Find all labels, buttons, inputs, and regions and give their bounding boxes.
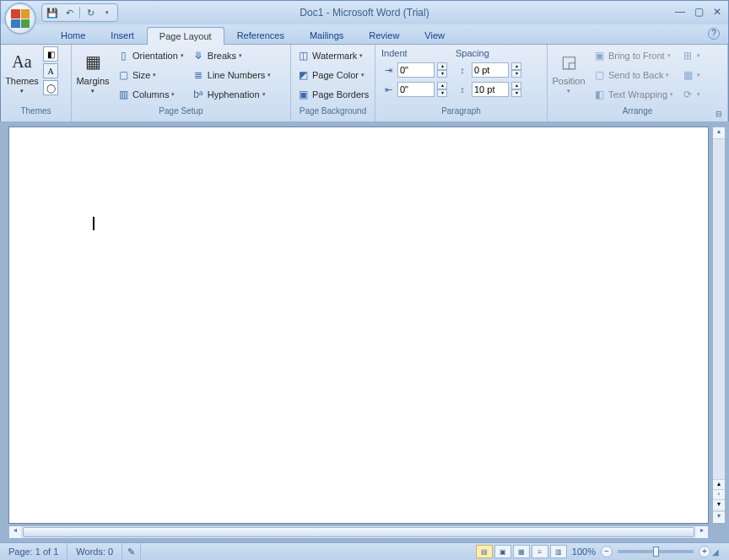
columns-button[interactable]: ▥Columns▾: [114, 85, 186, 104]
text-cursor: [93, 217, 94, 230]
undo-icon[interactable]: ↶: [62, 6, 76, 19]
watermark-icon: ◫: [296, 49, 310, 62]
document-page[interactable]: [8, 127, 709, 524]
qat-customize-icon[interactable]: ▾: [100, 6, 114, 19]
view-full-screen-icon[interactable]: ▣: [494, 545, 511, 558]
rotate-button[interactable]: ⟳▾: [678, 85, 703, 104]
scroll-right-icon[interactable]: ▸: [696, 526, 708, 538]
watermark-button[interactable]: ◫Watermark▾: [294, 46, 371, 65]
space-after-row: ↕ ▴▾: [456, 80, 521, 99]
position-label: Position: [552, 77, 585, 86]
indent-heading: Indent: [381, 48, 447, 58]
spacing-heading: Spacing: [456, 48, 521, 58]
page-borders-label: Page Borders: [312, 89, 369, 100]
tab-home[interactable]: Home: [48, 26, 98, 44]
space-before-input[interactable]: [472, 62, 509, 78]
space-after-down[interactable]: ▾: [511, 89, 521, 97]
indent-right-up[interactable]: ▴: [437, 82, 447, 89]
group-page-background-label: Page Background: [294, 106, 372, 120]
margins-icon: ▦: [79, 48, 106, 75]
group-button[interactable]: ▦▾: [678, 66, 703, 84]
view-print-layout-icon[interactable]: ▤: [476, 545, 493, 558]
page-color-button[interactable]: ◩Page Color▾: [294, 66, 371, 84]
space-after-up[interactable]: ▴: [511, 82, 521, 89]
scroll-left-icon[interactable]: ◂: [9, 526, 21, 538]
group-paragraph-label: Paragraph: [378, 106, 544, 120]
quick-access-toolbar: 💾 ↶ ↻ ▾: [41, 3, 118, 22]
horizontal-scrollbar[interactable]: ◂ ▸: [8, 525, 709, 539]
tab-review[interactable]: Review: [356, 26, 412, 44]
page-borders-button[interactable]: ▣Page Borders: [294, 85, 371, 104]
space-before-up[interactable]: ▴: [511, 62, 521, 70]
zoom-level[interactable]: 100%: [572, 547, 596, 557]
next-page-icon[interactable]: ▾: [713, 499, 725, 509]
space-after-icon: ↕: [456, 84, 469, 94]
indent-right-down[interactable]: ▾: [437, 89, 447, 97]
browse-object-icon[interactable]: ◦: [713, 489, 725, 499]
save-icon[interactable]: 💾: [46, 6, 59, 19]
redo-icon[interactable]: ↻: [84, 6, 97, 19]
status-page[interactable]: Page: 1 of 1: [0, 543, 68, 560]
orientation-button[interactable]: ▯Orientation▾: [114, 46, 186, 65]
indent-right-input[interactable]: [397, 82, 435, 97]
indent-left-down[interactable]: ▾: [437, 70, 447, 78]
size-button[interactable]: ▢Size▾: [114, 66, 186, 84]
office-logo-icon: [11, 9, 30, 28]
close-button[interactable]: ✕: [711, 6, 723, 18]
indent-left-input[interactable]: [397, 62, 435, 78]
space-after-input[interactable]: [472, 82, 509, 97]
align-button[interactable]: ⊞▾: [678, 46, 703, 65]
zoom-in-button[interactable]: +: [699, 546, 710, 557]
group-themes-label: Themes: [3, 106, 68, 120]
send-to-back-button[interactable]: ▢Send to Back▾: [590, 66, 676, 84]
zoom-slider[interactable]: [618, 550, 694, 553]
send-back-label: Send to Back: [608, 70, 663, 80]
help-icon[interactable]: ?: [708, 28, 720, 40]
vertical-scrollbar[interactable]: ▴ ▴ ◦ ▾ ▾: [712, 127, 726, 524]
scroll-up-icon[interactable]: ▴: [713, 127, 725, 139]
tab-references[interactable]: References: [224, 26, 297, 44]
ribbon: Aa Themes ▾ ◧ A ◯ Themes ▦ Margins ▾ ▯Or…: [1, 45, 728, 122]
view-draft-icon[interactable]: ▥: [550, 545, 567, 558]
themes-button[interactable]: Aa Themes ▾: [3, 46, 40, 96]
margins-button[interactable]: ▦ Margins ▾: [74, 46, 111, 96]
columns-label: Columns: [132, 89, 169, 100]
zoom-out-button[interactable]: −: [601, 546, 613, 557]
size-label: Size: [132, 70, 150, 80]
zoom-thumb[interactable]: [653, 547, 659, 557]
scroll-down-icon[interactable]: ▾: [713, 511, 725, 523]
tab-page-layout[interactable]: Page Layout: [147, 27, 224, 45]
view-web-layout-icon[interactable]: ▦: [513, 545, 530, 558]
theme-fonts-button[interactable]: A: [43, 63, 58, 78]
theme-colors-button[interactable]: ◧: [43, 46, 58, 62]
view-outline-icon[interactable]: ≡: [532, 545, 548, 558]
group-paragraph: Indent ⇥ ▴▾ ⇤ ▴▾ Spacing ↕ ▴▾: [375, 45, 548, 121]
tab-view[interactable]: View: [412, 26, 457, 44]
themes-label: Themes: [5, 77, 39, 86]
bring-to-front-button[interactable]: ▣Bring to Front▾: [590, 46, 676, 65]
resize-grip-icon[interactable]: ◢: [712, 547, 724, 557]
restore-button[interactable]: ▢: [693, 6, 705, 18]
hscroll-thumb[interactable]: [23, 527, 694, 537]
bring-front-icon: ▣: [592, 49, 606, 62]
status-words[interactable]: Words: 0: [68, 543, 122, 560]
prev-page-icon[interactable]: ▴: [713, 479, 725, 489]
bring-front-label: Bring to Front: [608, 51, 665, 61]
tab-insert[interactable]: Insert: [98, 26, 147, 44]
line-numbers-button[interactable]: ≣Line Numbers▾: [189, 66, 273, 84]
tab-mailings[interactable]: Mailings: [297, 26, 356, 44]
hyphenation-button[interactable]: bªHyphenation▾: [189, 85, 273, 104]
text-wrapping-button[interactable]: ◧Text Wrapping▾: [590, 85, 676, 104]
breaks-button[interactable]: ⤋Breaks▾: [189, 46, 273, 65]
position-button[interactable]: ◲ Position ▾: [550, 46, 587, 96]
indent-left-up[interactable]: ▴: [437, 62, 447, 70]
status-proofing[interactable]: ✎: [122, 543, 141, 560]
space-before-down[interactable]: ▾: [511, 70, 521, 78]
minimize-button[interactable]: —: [674, 6, 686, 18]
office-button[interactable]: [4, 3, 36, 35]
theme-effects-button[interactable]: ◯: [43, 80, 58, 95]
ruler-toggle-icon[interactable]: ⊟: [712, 110, 726, 120]
group-icon: ▦: [681, 68, 694, 82]
indent-right-icon: ⇤: [381, 84, 395, 95]
indent-left-row: ⇥ ▴▾: [381, 61, 447, 79]
